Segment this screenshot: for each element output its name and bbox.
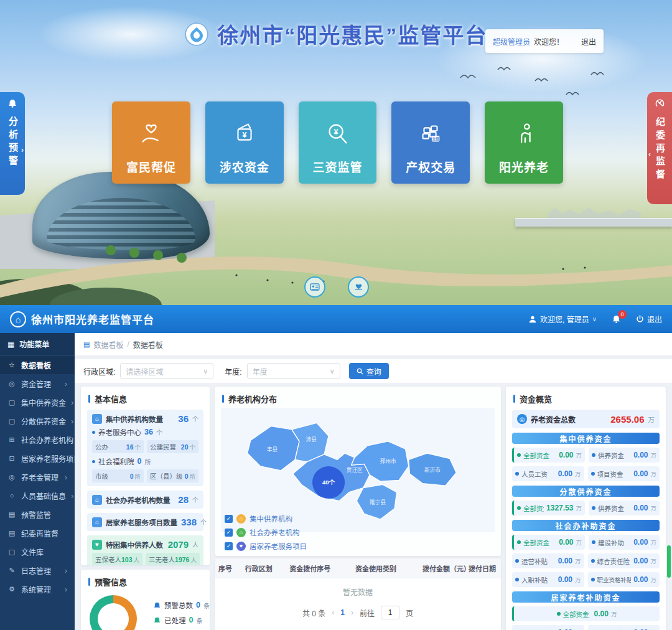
sidebar-item-file-library[interactable]: ▢ 文件库: [0, 542, 75, 561]
monitor-icon: ⊡: [7, 454, 16, 463]
logout-button[interactable]: 退出: [636, 314, 662, 324]
table-header-row: 序号 行政区划 资金拨付序号 资金使用类别 拨付金额（元） 拨付日期: [215, 558, 501, 578]
building-icon: ⌂: [92, 495, 102, 505]
goto-label: 前往: [360, 608, 375, 618]
menu-grid-icon: ▦: [7, 340, 14, 349]
sidebar-item-central-support-funds[interactable]: ▢ 集中供养资金 ›: [0, 393, 75, 411]
sidebar-item-private-institutions[interactable]: ⊞ 社会办养老机构 ›: [0, 430, 75, 449]
main-content: ▤ 数据看板 / 数据看板 行政区域: 请选择区域 ∨ 年度: 年度 ∨ 查询 …: [75, 333, 672, 630]
svg-text:丰县: 丰县: [267, 446, 278, 453]
id-card-button[interactable]: [304, 276, 325, 298]
checkbox-checked[interactable]: ✓: [225, 529, 233, 537]
sidebar-item-dispersed-support-funds[interactable]: ▢ 分散供养资金 ›: [0, 411, 75, 430]
fund-stat: 全部资金0.00万: [512, 606, 660, 621]
svg-text:贾汪区: 贾汪区: [347, 467, 363, 473]
hero-photo-promenade: [0, 237, 672, 305]
fund-section-header: 居家养老补助资金: [512, 591, 660, 603]
institution-map-panel: 养老机构分布 丰县 沛县 贾汪区 邳州市 新沂市 睢宁县: [215, 387, 501, 556]
coin-icon: ◎: [7, 473, 16, 481]
chevron-left-icon: ‹: [648, 148, 651, 161]
private-institution-pin-icon: ⌂: [236, 528, 246, 537]
user-icon: [528, 315, 537, 324]
chevron-right-icon: ›: [71, 398, 73, 407]
checkbox-checked[interactable]: ✓: [225, 515, 233, 523]
fund-section-header: 集中供养资金: [512, 433, 660, 444]
sidebar-menu-header: ▦ 功能菜单: [0, 333, 75, 355]
svg-text:沛县: 沛县: [306, 436, 317, 443]
trade-blocks-icon: 交易: [416, 120, 445, 148]
notification-badge: 0: [618, 310, 627, 319]
map-legend: ✓ ⌂ 集中供养机构 ✓ ⌂ 社会办养老机构 ✓ ♥ 居家养老服务项目: [225, 510, 307, 551]
chevron-right-icon: ›: [65, 379, 67, 388]
region-select[interactable]: 请选择区域 ∨: [120, 363, 213, 379]
fund-stat: 全部资金0.00万: [512, 535, 585, 550]
logout-link[interactable]: 退出: [581, 36, 596, 47]
breadcrumb-root[interactable]: 数据看板: [93, 339, 123, 350]
tile-label: 涉农资金: [220, 158, 269, 175]
org-icon: ⊞: [7, 436, 16, 444]
svg-text:邳州市: 邳州市: [380, 458, 396, 464]
fund-stat: 入职补贴0.00万: [512, 572, 584, 587]
sidebar-item-personnel-info[interactable]: ○ 人员基础信息 ›: [0, 486, 75, 505]
central-institution-pin-icon: ⌂: [236, 514, 246, 524]
sidebar-item-pension-mgmt[interactable]: ◎ 养老金管理 ›: [0, 468, 75, 486]
sidebar-item-dashboard[interactable]: ☆ 数据看板: [0, 355, 75, 374]
warning-stat: 已处理 0 条: [153, 615, 210, 625]
fund-stat: 供养资金0.00万: [589, 448, 660, 463]
page-title: 徐州市“阳光惠民”监管平台: [217, 19, 487, 49]
warning-donut-chart: [90, 595, 137, 630]
tile-shenong-zijin[interactable]: ¥ 涉农资金: [205, 101, 284, 184]
search-button[interactable]: 查询: [349, 363, 389, 379]
doc-icon: ▤: [83, 341, 90, 349]
next-page-button[interactable]: ›: [351, 608, 353, 617]
sidebar-item-discipline-supervision[interactable]: ▤ 纪委再监督: [0, 524, 75, 542]
scrollbar-thumb[interactable]: [667, 545, 671, 578]
sidebar: ▦ 功能菜单 ☆ 数据看板 ◎ 资金管理 › ▢ 集中供养资金 › ▢ 分散供养…: [0, 333, 75, 630]
tile-chanquan-jiaoyi[interactable]: 交易 产权交易: [391, 101, 470, 184]
stat-chip: 公办16个: [92, 440, 144, 453]
notifications-button[interactable]: 0: [612, 314, 621, 324]
year-select[interactable]: 年度 ∨: [247, 363, 340, 379]
tile-yangguang-yanglao[interactable]: 阳光养老: [485, 101, 563, 184]
analysis-warning-tab[interactable]: 分析预警 ›: [0, 92, 25, 195]
fund-stat: 人员工资0.00万: [512, 466, 584, 481]
sidebar-item-log-mgmt[interactable]: ✎ 日志管理 ›: [0, 561, 75, 580]
checkbox-checked[interactable]: ✓: [225, 542, 233, 550]
bell-icon: [7, 98, 17, 108]
svg-text:¥: ¥: [334, 128, 338, 136]
tile-fumin-bangcu[interactable]: 富民帮促: [112, 101, 190, 184]
fund-stat: 全部资金0.00万: [512, 448, 585, 463]
sidebar-item-warning-supervision[interactable]: ▤ 预警监管: [0, 505, 75, 524]
care-service-button[interactable]: [348, 276, 369, 298]
user-menu[interactable]: 欢迎您, 管理员 ∨: [528, 314, 597, 324]
fund-stat: 职业资格补贴0.00万: [588, 572, 660, 587]
stat-block-central-supported-persons: ♥ 特困集中供养人数 2079 人 五保老人103人 三无老人1976人: [87, 535, 203, 565]
current-page[interactable]: 1: [340, 608, 345, 617]
coin-icon: ◎: [7, 380, 16, 388]
breadcrumb-current: 数据看板: [133, 339, 163, 350]
tab-label: 分析预警: [6, 116, 19, 169]
prev-page-button[interactable]: ‹: [332, 608, 334, 617]
building-icon: ⌂: [92, 414, 102, 424]
party-emblem-icon: [655, 98, 665, 109]
hero-photo-skyline: [548, 205, 641, 219]
user-role: 超级管理员: [493, 36, 530, 47]
chevron-right-icon: ›: [65, 566, 67, 575]
tile-sanzi-jianguan[interactable]: ¥ 三资监管: [299, 101, 377, 184]
discipline-supervision-tab[interactable]: 纪委再监督 ‹: [647, 92, 672, 204]
person-icon: ○: [7, 492, 16, 499]
tab-label: 纪委再监督: [653, 117, 666, 182]
page-unit: 页: [406, 608, 413, 618]
panel-title: 基本信息: [81, 387, 210, 410]
building-icon: ⌂: [92, 517, 102, 527]
tile-label: 产权交易: [406, 158, 455, 175]
sidebar-item-fund-mgmt[interactable]: ◎ 资金管理 ›: [0, 374, 75, 393]
panel-title: 预警信息: [81, 570, 210, 593]
fund-total-row: ◎ 养老资金总数 2655.06 万: [512, 410, 660, 428]
sidebar-item-system-mgmt[interactable]: ⚙ 系统管理 ›: [0, 580, 75, 598]
page-input[interactable]: [381, 606, 399, 619]
tile-label: 三资监管: [312, 158, 362, 175]
sidebar-item-home-care-projects[interactable]: ⊡ 居家养老服务项目 ›: [0, 449, 75, 468]
chevron-down-icon: ∨: [330, 367, 335, 375]
stat-chip: 区（县）级0所: [147, 469, 198, 482]
